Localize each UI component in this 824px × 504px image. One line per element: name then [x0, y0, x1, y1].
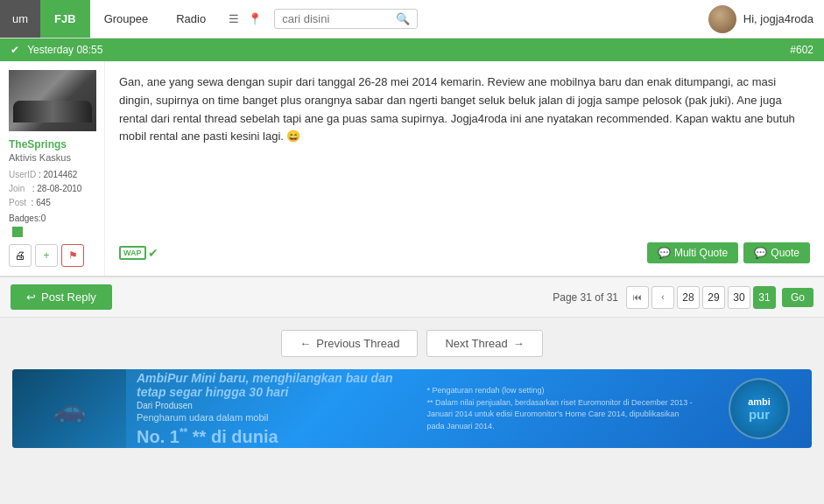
previous-thread-button[interactable]: ← Previous Thread: [281, 330, 418, 357]
username[interactable]: TheSprings: [9, 138, 67, 150]
page-label: Page 31 of 31: [553, 291, 618, 304]
print-button[interactable]: 🖨: [9, 244, 32, 267]
post-container: TheSprings Aktivis Kaskus UserID : 20144…: [0, 61, 824, 276]
quote-button[interactable]: 💬 Quote: [743, 242, 810, 263]
search-icon[interactable]: 🔍: [396, 12, 410, 25]
prev-page-button[interactable]: ‹: [651, 286, 674, 309]
page-30-button[interactable]: 30: [728, 286, 750, 309]
page-29-button[interactable]: 29: [702, 286, 725, 309]
ad-banner[interactable]: 🚗 AmbiPur Mini baru, menghilangkan bau d…: [12, 369, 812, 448]
first-page-button[interactable]: ⏮: [626, 286, 649, 309]
quote-buttons: 💬 Multi Quote 💬 Quote: [647, 242, 810, 263]
user-panel: TheSprings Aktivis Kaskus UserID : 20144…: [0, 61, 105, 276]
add-friend-button[interactable]: +: [35, 244, 58, 267]
ad-no: No. 1** ** di dunia: [137, 426, 406, 447]
ad-content: AmbiPur Mini baru, menghilangkan bau dan…: [126, 369, 417, 448]
avatar: [708, 5, 736, 33]
badge-indicator: [12, 227, 23, 237]
thread-navigation: ← Previous Thread Next Thread →: [0, 318, 824, 369]
user-avatar: [9, 70, 96, 131]
arrow-left-icon: ←: [299, 337, 311, 350]
wap-badge: WAP ✔: [119, 246, 158, 260]
arrow-right-icon: →: [513, 337, 525, 350]
nav-right: Hi, jogja4roda: [708, 5, 824, 33]
report-button[interactable]: ⚑: [61, 244, 84, 267]
multi-quote-button[interactable]: 💬 Multi Quote: [647, 242, 738, 263]
action-bar: ↩ Post Reply Page 31 of 31 ⏮ ‹ 28 29 30 …: [0, 276, 824, 318]
post-footer: WAP ✔ 💬 Multi Quote 💬 Quote: [119, 234, 810, 263]
nav-icons: ☰ 📍: [220, 12, 271, 25]
wap-check-icon: ✔: [148, 246, 158, 260]
ad-small-text: * Pengaturan rendah (low setting) ** Dal…: [417, 382, 708, 436]
ad-left-image: 🚗: [12, 369, 126, 448]
ad-from-label: Dari Produsen: [137, 401, 406, 410]
join-value: 28-08-2010: [37, 184, 81, 193]
nav-radio[interactable]: Radio: [162, 0, 220, 38]
location-icon[interactable]: 📍: [248, 12, 262, 25]
next-thread-button[interactable]: Next Thread →: [426, 330, 542, 357]
post-reply-button[interactable]: ↩ Post Reply: [11, 284, 112, 310]
post-content: Gan, ane yang sewa dengan supir dari tan…: [105, 61, 824, 276]
post-label: Post: [9, 198, 26, 207]
ad-title: AmbiPur Mini baru, menghilangkan bau dan…: [137, 371, 406, 399]
search-input[interactable]: [282, 12, 396, 25]
speech-bubble-icon: 💬: [658, 247, 671, 259]
go-button[interactable]: Go: [782, 288, 813, 307]
badges-row: Badges : 0: [9, 214, 46, 223]
post-value: 645: [36, 198, 51, 207]
wap-icon: WAP: [119, 246, 146, 260]
pagination: Page 31 of 31 ⏮ ‹ 28 29 30 31 Go: [553, 286, 813, 309]
post-text: Gan, ane yang sewa dengan supir dari tan…: [119, 74, 810, 216]
post-number: #602: [790, 44, 813, 56]
user-greeting: Hi, jogja4roda: [743, 12, 813, 25]
ambipur-logo: ambi pur: [729, 378, 790, 439]
user-actions: 🖨 + ⚑: [9, 244, 84, 267]
nav-um[interactable]: um: [0, 0, 40, 38]
badges-value: 0: [41, 214, 46, 223]
search-bar: 🔍: [274, 9, 418, 29]
page-31-button[interactable]: 31: [753, 286, 776, 309]
badges-label: Badges: [9, 214, 39, 223]
nav-fjb[interactable]: FJB: [40, 0, 90, 38]
ad-logo: ambi pur: [707, 369, 812, 448]
nav-groupee[interactable]: Groupee: [90, 0, 163, 38]
top-navigation: um FJB Groupee Radio ☰ 📍 🔍 Hi, jogja4rod…: [0, 0, 824, 38]
user-info: UserID : 2014462 Join : 28-08-2010 Post …: [9, 168, 81, 210]
page-28-button[interactable]: 28: [677, 286, 700, 309]
post-header-bar: ✔ Yesterday 08:55 #602: [0, 38, 824, 61]
userid-label: UserID: [9, 170, 36, 179]
userid-value: 2014462: [43, 170, 77, 179]
quote-icon: 💬: [754, 247, 767, 259]
reply-icon: ↩: [26, 290, 36, 304]
ad-from-desc: Pengharum udara dalam mobil: [137, 412, 406, 423]
post-datetime: ✔ Yesterday 08:55: [11, 44, 102, 56]
user-role: Aktivis Kaskus: [9, 152, 71, 163]
join-label: Join: [9, 184, 25, 193]
hamburger-icon[interactable]: ☰: [229, 12, 239, 25]
check-icon: ✔: [11, 44, 19, 56]
